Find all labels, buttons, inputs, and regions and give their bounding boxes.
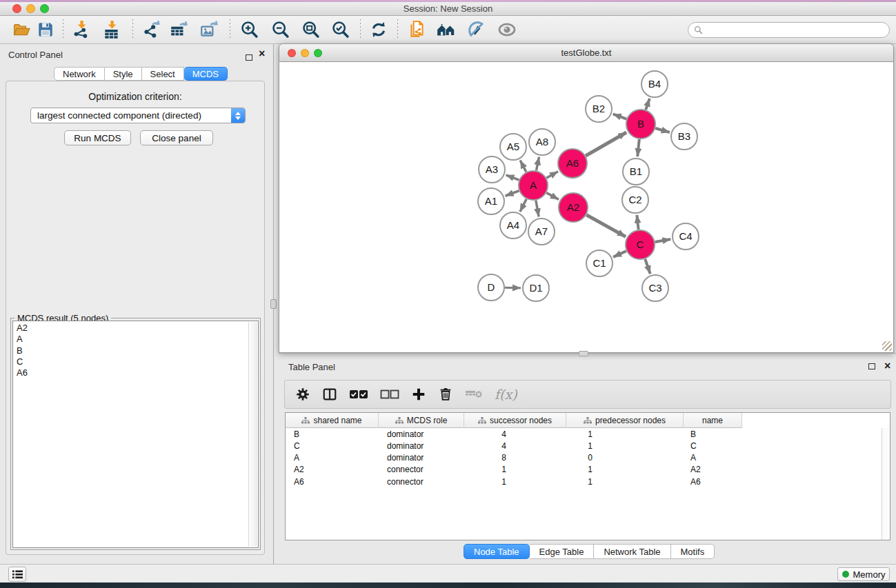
close-window-button[interactable] [12, 4, 21, 13]
graph-node-C1[interactable]: C1 [586, 250, 613, 276]
graph-node-C2[interactable]: C2 [622, 187, 648, 213]
graph-node-A[interactable]: A [519, 171, 548, 200]
column-header-shared-name[interactable]: shared name [286, 413, 379, 428]
edge-C-C2[interactable] [637, 215, 638, 230]
graph-node-B1[interactable]: B1 [623, 159, 649, 185]
mcds-result-item[interactable]: B [13, 345, 248, 356]
graph-node-B[interactable]: B [626, 110, 655, 139]
column-header-predecessor-nodes[interactable]: predecessor nodes [566, 413, 684, 428]
select-all-columns-button[interactable] [349, 389, 368, 400]
table-settings-button[interactable] [295, 387, 310, 402]
edge-A-A3[interactable] [506, 175, 519, 180]
network-graph[interactable]: B4B2BB3A5A8A6A3B1AA1C2A2A4A7C4CC1C3DD1 [279, 62, 893, 352]
table-row[interactable]: Bdominator41B [286, 429, 890, 440]
graph-node-A1[interactable]: A1 [478, 188, 504, 214]
edge-A-A4[interactable] [520, 199, 526, 212]
edge-B-B3[interactable] [655, 128, 670, 132]
tab-style[interactable]: Style [105, 67, 142, 81]
edge-A-A8[interactable] [536, 157, 539, 171]
table-row[interactable]: Cdominator41C [286, 441, 890, 452]
close-icon[interactable]: × [884, 363, 890, 369]
network-window-titlebar[interactable]: testGlobe.txt [279, 43, 894, 62]
edge-A-A7[interactable] [536, 201, 539, 217]
network-canvas[interactable]: B4B2BB3A5A8A6A3B1AA1C2A2A4A7C4CC1C3DD1 [279, 62, 894, 353]
edge-B-B2[interactable] [613, 114, 627, 119]
zoom-fit-button[interactable] [298, 18, 324, 41]
graph-node-A7[interactable]: A7 [528, 219, 555, 245]
mcds-result-item[interactable]: A [13, 334, 248, 345]
mcds-result-list[interactable]: A2ABCA6 [12, 321, 259, 548]
run-mcds-button[interactable]: Run MCDS [64, 130, 131, 145]
edge-B-B1[interactable] [637, 139, 639, 156]
task-history-button[interactable] [8, 567, 26, 582]
window-resize-grip[interactable] [882, 341, 892, 351]
edge-C-C1[interactable] [613, 251, 626, 257]
edge-A-A6[interactable] [546, 172, 558, 178]
criterion-dropdown[interactable]: largest connected component (directed) [30, 108, 246, 123]
export-table-button[interactable] [166, 18, 192, 41]
import-table-button[interactable] [99, 18, 125, 41]
tab-mcds[interactable]: MCDS [184, 67, 228, 81]
zoom-selected-button[interactable] [328, 18, 354, 41]
edge-A6-B[interactable] [586, 132, 626, 156]
graph-node-A2[interactable]: A2 [559, 193, 588, 222]
edge-C-C3[interactable] [645, 259, 650, 274]
tab-node-table[interactable]: Node Table [464, 544, 530, 559]
table-row[interactable]: Adominator80A [286, 453, 890, 464]
create-column-button[interactable] [411, 387, 426, 402]
graph-node-B3[interactable]: B3 [671, 123, 697, 150]
float-panel-button[interactable] [246, 51, 252, 63]
edge-B-B4[interactable] [646, 99, 650, 110]
table-row[interactable]: A6connector11A6 [286, 477, 890, 488]
graph-node-A8[interactable]: A8 [529, 129, 555, 155]
table-row[interactable]: A2connector11A2 [286, 465, 890, 476]
edge-A-A2[interactable] [546, 193, 559, 200]
edge-A-A5[interactable] [520, 161, 526, 172]
search-field[interactable] [688, 22, 890, 38]
graph-node-A3[interactable]: A3 [479, 156, 505, 183]
home-view-button[interactable] [433, 18, 459, 41]
tab-motifs[interactable]: Motifs [671, 544, 715, 559]
save-session-button[interactable] [32, 18, 59, 41]
close-panel-button-2[interactable]: Close panel [140, 130, 213, 145]
graph-node-C[interactable]: C [626, 230, 655, 259]
graph-node-A5[interactable]: A5 [500, 134, 526, 160]
graph-node-C3[interactable]: C3 [642, 275, 668, 301]
import-network-button[interactable] [68, 18, 94, 41]
graph-node-C4[interactable]: C4 [673, 223, 699, 250]
node-table[interactable]: shared nameMCDS rolesuccessor nodesprede… [285, 412, 890, 540]
memory-status-button[interactable]: Memory [837, 567, 890, 581]
minimize-network-window-button[interactable] [301, 49, 309, 57]
zoom-in-button[interactable] [237, 18, 263, 41]
table-scrollbar[interactable] [882, 428, 890, 540]
deselect-all-columns-button[interactable] [380, 389, 399, 400]
result-scrollbar[interactable] [248, 322, 257, 547]
mcds-result-item[interactable]: A2 [13, 323, 248, 334]
show-graphics-details-button[interactable] [494, 18, 520, 41]
mcds-result-item[interactable]: C [13, 356, 248, 367]
graph-node-A4[interactable]: A4 [500, 212, 526, 239]
zoom-out-button[interactable] [268, 18, 294, 41]
column-header-name[interactable]: name [684, 413, 742, 428]
graph-node-D1[interactable]: D1 [523, 275, 549, 301]
toggle-column-view-button[interactable] [322, 387, 337, 402]
close-panel-button[interactable]: × [259, 50, 265, 57]
vertical-splitter-handle[interactable] [270, 299, 277, 309]
graph-node-D[interactable]: D [478, 274, 504, 301]
minimize-window-button[interactable] [26, 4, 35, 13]
float-icon[interactable] [868, 363, 875, 369]
column-header-MCDS-role[interactable]: MCDS role [379, 413, 464, 428]
column-header-successor-nodes[interactable]: successor nodes [464, 413, 566, 428]
open-session-button[interactable] [8, 18, 34, 41]
edge-A-A1[interactable] [506, 191, 519, 196]
close-network-window-button[interactable] [288, 49, 296, 57]
refresh-view-button[interactable] [366, 18, 392, 41]
tab-network-table[interactable]: Network Table [594, 544, 670, 559]
mcds-result-item[interactable]: A6 [13, 367, 248, 378]
export-image-button[interactable] [196, 18, 222, 41]
graph-node-B2[interactable]: B2 [586, 96, 612, 122]
zoom-window-button[interactable] [40, 4, 49, 13]
style-disabled-button[interactable] [463, 18, 489, 41]
tab-select[interactable]: Select [142, 67, 184, 81]
graph-node-A6[interactable]: A6 [558, 149, 587, 178]
